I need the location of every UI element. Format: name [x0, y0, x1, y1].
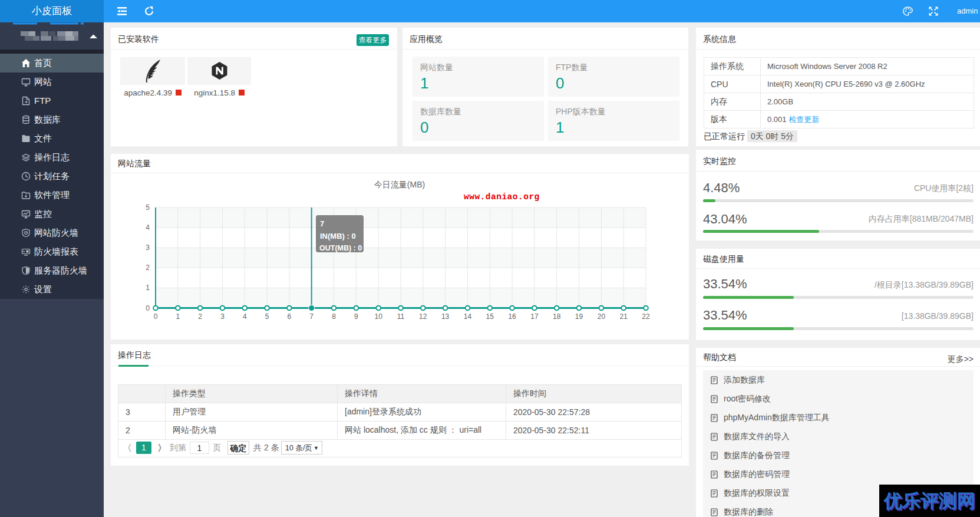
svg-text:7: 7 — [309, 312, 314, 321]
svg-text:1: 1 — [176, 312, 180, 321]
svg-text:6: 6 — [288, 312, 292, 321]
svg-text:10: 10 — [375, 312, 383, 321]
svg-text:www.daniao.org: www.daniao.org — [464, 192, 540, 202]
svg-text:4: 4 — [243, 312, 247, 321]
svg-text:22: 22 — [642, 312, 650, 321]
svg-text:8: 8 — [332, 312, 336, 321]
svg-text:3: 3 — [146, 243, 150, 252]
svg-text:3: 3 — [220, 312, 225, 321]
svg-text:14: 14 — [464, 312, 472, 321]
svg-text:7: 7 — [320, 219, 324, 228]
svg-text:2: 2 — [198, 312, 202, 321]
svg-text:5: 5 — [265, 312, 269, 321]
svg-text:5: 5 — [146, 203, 150, 212]
svg-text:15: 15 — [486, 312, 494, 321]
svg-text:IN(MB) : 0: IN(MB) : 0 — [320, 232, 356, 241]
svg-text:0: 0 — [146, 304, 150, 312]
svg-text:18: 18 — [553, 312, 561, 321]
svg-text:16: 16 — [508, 312, 516, 321]
svg-text:19: 19 — [575, 312, 583, 321]
svg-text:1: 1 — [146, 284, 150, 292]
svg-text:17: 17 — [530, 312, 539, 321]
svg-text:2: 2 — [146, 264, 150, 272]
svg-text:9: 9 — [354, 312, 358, 321]
svg-text:OUT(MB) : 0: OUT(MB) : 0 — [319, 244, 362, 252]
svg-text:20: 20 — [598, 312, 606, 321]
svg-text:4: 4 — [146, 223, 150, 232]
svg-text:今日流量(MB): 今日流量(MB) — [374, 180, 425, 189]
svg-text:0: 0 — [154, 312, 158, 321]
svg-text:12: 12 — [419, 312, 427, 321]
svg-text:21: 21 — [620, 312, 628, 321]
svg-text:13: 13 — [441, 312, 450, 321]
svg-text:11: 11 — [397, 312, 405, 321]
